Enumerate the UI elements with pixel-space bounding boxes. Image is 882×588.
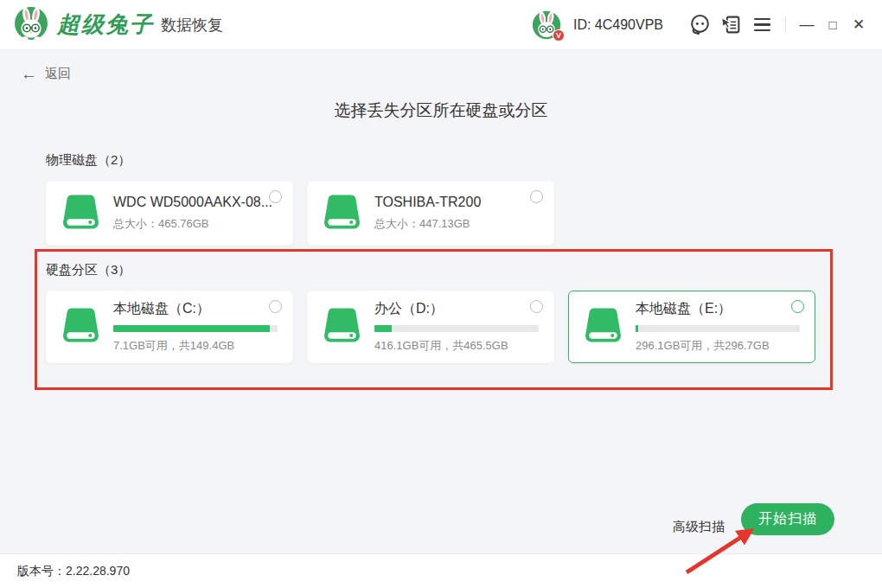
user-avatar[interactable]: V bbox=[532, 10, 561, 40]
disk-card-toshiba[interactable]: TOSHIBA-TR200 总大小：447.13GB bbox=[307, 181, 554, 246]
usage-bar bbox=[636, 325, 800, 332]
partition-name: 办公（D:） bbox=[374, 300, 540, 318]
hard-drive-icon bbox=[322, 307, 362, 347]
disk-name: WDC WD5000AAKX-08... bbox=[113, 195, 278, 210]
title-bar: 超级兔子 数据恢复 V ID: 4C490VPB bbox=[0, 0, 882, 50]
back-arrow-icon: ← bbox=[21, 66, 37, 82]
back-button[interactable]: ← 返回 bbox=[21, 66, 71, 82]
app-logo-rabbit-icon bbox=[14, 6, 48, 44]
physical-disks-heading: 物理磁盘（2） bbox=[46, 152, 131, 169]
disk-card-wdc[interactable]: WDC WD5000AAKX-08... 总大小：465.76GB bbox=[46, 181, 293, 246]
partition-card-c[interactable]: 本地磁盘（C:） 7.1GB可用，共149.4GB bbox=[46, 291, 293, 363]
brand-name: 超级兔子 bbox=[57, 10, 154, 40]
partition-name: 本地磁盘（C:） bbox=[113, 300, 278, 318]
start-scan-button[interactable]: 开始扫描 bbox=[741, 503, 834, 535]
advanced-scan-link[interactable]: 高级扫描 bbox=[673, 519, 725, 535]
partition-card-d[interactable]: 办公（D:） 416.1GB可用，共465.5GB bbox=[307, 291, 554, 363]
close-button[interactable]: ✕ bbox=[846, 12, 872, 38]
product-name: 数据恢复 bbox=[161, 15, 223, 35]
partition-radio[interactable] bbox=[791, 300, 804, 313]
hard-drive-icon bbox=[583, 307, 623, 347]
minimize-button[interactable]: — bbox=[794, 12, 820, 38]
partition-card-e[interactable]: 本地磁盘（E:） 296.1GB可用，共296.7GB bbox=[568, 291, 815, 363]
version-label: 版本号：2.22.28.970 bbox=[17, 564, 130, 579]
window-controls-divider bbox=[785, 17, 786, 32]
partitions-row: 本地磁盘（C:） 7.1GB可用，共149.4GB 办公（D:） 416.1GB… bbox=[46, 291, 815, 363]
user-id: ID: 4C490VPB bbox=[573, 17, 663, 33]
feedback-icon[interactable] bbox=[715, 10, 746, 40]
hard-drive-icon bbox=[61, 307, 101, 347]
back-label: 返回 bbox=[45, 66, 71, 82]
app-brand: 超级兔子 数据恢复 bbox=[14, 6, 223, 44]
disk-radio[interactable] bbox=[530, 190, 543, 203]
usage-bar-fill bbox=[374, 325, 392, 332]
partition-usage: 296.1GB可用，共296.7GB bbox=[636, 338, 801, 354]
partitions-heading: 硬盘分区（3） bbox=[46, 262, 131, 278]
disk-size: 总大小：465.76GB bbox=[113, 216, 278, 232]
partition-name: 本地磁盘（E:） bbox=[636, 300, 801, 318]
partition-usage: 7.1GB可用，共149.4GB bbox=[113, 338, 278, 354]
usage-bar-fill bbox=[636, 325, 638, 332]
page-title: 选择丢失分区所在硬盘或分区 bbox=[0, 99, 882, 122]
partition-radio[interactable] bbox=[269, 300, 282, 313]
hard-drive-icon bbox=[61, 194, 101, 233]
usage-bar-fill bbox=[113, 325, 270, 332]
disk-radio[interactable] bbox=[269, 190, 282, 203]
hard-drive-icon bbox=[322, 194, 362, 233]
usage-bar bbox=[113, 325, 278, 332]
partition-usage: 416.1GB可用，共465.5GB bbox=[374, 338, 540, 354]
customer-service-icon[interactable] bbox=[684, 10, 715, 40]
disk-size: 总大小：447.13GB bbox=[374, 216, 540, 232]
vip-badge: V bbox=[553, 29, 565, 42]
footer-bar: 版本号：2.22.28.970 bbox=[0, 553, 882, 588]
physical-disks-row: WDC WD5000AAKX-08... 总大小：465.76GB TOSHIB… bbox=[46, 181, 554, 246]
disk-name: TOSHIBA-TR200 bbox=[374, 195, 540, 210]
usage-bar bbox=[374, 325, 539, 332]
menu-icon[interactable] bbox=[746, 10, 777, 40]
maximize-button[interactable]: □ bbox=[820, 12, 846, 38]
partition-radio[interactable] bbox=[530, 300, 543, 313]
